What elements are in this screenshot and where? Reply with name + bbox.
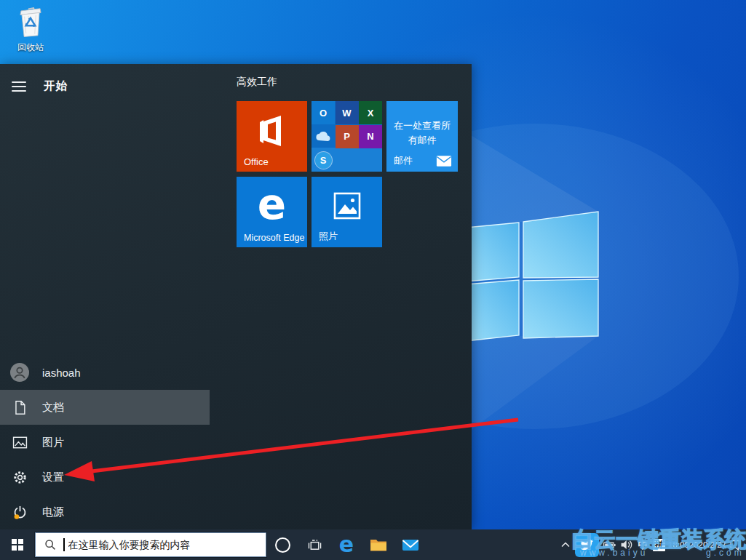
powerpoint-icon: P <box>336 125 359 148</box>
tray-ime-mode[interactable]: 拼 <box>653 539 665 551</box>
document-icon <box>10 400 29 415</box>
chevron-up-icon <box>560 541 571 548</box>
cortana-button[interactable] <box>266 529 298 560</box>
file-explorer-button[interactable] <box>362 529 394 560</box>
start-button[interactable] <box>0 529 35 560</box>
cortana-icon <box>275 537 290 553</box>
sidebar-documents-label: 文档 <box>42 401 64 415</box>
onenote-icon: N <box>359 125 382 148</box>
sidebar-settings-label: 设置 <box>42 471 64 484</box>
tile-mail[interactable]: 在一处查看所有邮件 邮件 <box>386 101 458 172</box>
sidebar-item-documents[interactable]: 文档 <box>0 390 210 425</box>
speaker-icon <box>620 539 634 551</box>
battery-icon <box>603 542 616 548</box>
tile-photos[interactable]: 照片 <box>312 177 382 247</box>
clock-time: 18:09 <box>668 540 689 550</box>
edge-taskbar-button[interactable]: e <box>330 529 362 560</box>
edge-icon: e <box>237 180 307 229</box>
edge-icon: e <box>339 534 354 556</box>
outlook-icon: O <box>312 101 335 124</box>
tile-group-title: 高效工作 <box>237 76 277 89</box>
search-input[interactable] <box>67 538 261 551</box>
recycle-bin-icon <box>15 4 47 38</box>
sidebar-power-label: 电源 <box>42 505 64 519</box>
sidebar-item-settings[interactable]: 设置 <box>0 460 210 495</box>
task-view-button[interactable] <box>298 529 330 560</box>
start-menu-title: 开始 <box>44 79 68 94</box>
sidebar-item-user[interactable]: iashoah <box>0 355 210 390</box>
tray-ime-language[interactable]: 中 <box>638 538 649 552</box>
mail-envelope-icon <box>436 155 452 167</box>
screen: 回收站 开始 高效工作 Office O W X P <box>0 0 746 560</box>
clock-date: 2020/2/27 <box>689 540 726 550</box>
office-icon <box>259 114 285 148</box>
system-tray: 中 拼 18:09 2020/2/27 <box>560 533 746 557</box>
tile-edge-label: Microsoft Edge <box>244 233 304 243</box>
start-menu-header: 开始 <box>12 79 68 94</box>
start-menu: 开始 高效工作 Office O W X P N S <box>0 64 472 529</box>
tile-office-apps-folder[interactable]: O W X P N S <box>312 101 382 172</box>
sidebar-pictures-label: 图片 <box>42 436 64 449</box>
windows-logo-icon <box>12 539 23 551</box>
office-apps-grid: O W X P N S <box>312 101 382 172</box>
skype-icon: S <box>312 148 335 172</box>
tile-microsoft-edge[interactable]: e Microsoft Edge <box>237 177 307 247</box>
sidebar-user-label: iashoah <box>42 367 81 379</box>
power-icon <box>10 505 29 520</box>
hamburger-menu-icon[interactable] <box>12 81 26 92</box>
excel-icon: X <box>359 101 382 124</box>
gear-icon <box>10 470 29 485</box>
tile-photos-label: 照片 <box>319 230 338 243</box>
sidebar-item-power[interactable]: 电源 <box>0 495 210 529</box>
mail-tile-headline: 在一处查看所有邮件 <box>389 119 455 148</box>
mail-taskbar-button[interactable] <box>394 529 426 560</box>
photos-icon <box>333 191 362 220</box>
pictures-icon <box>10 436 29 449</box>
word-icon: W <box>336 101 359 124</box>
start-menu-sidebar: iashoah 文档 图片 <box>0 355 210 529</box>
search-icon <box>44 539 56 551</box>
task-view-icon <box>307 537 322 553</box>
sidebar-item-pictures[interactable]: 图片 <box>0 425 210 460</box>
folder-icon <box>370 537 387 552</box>
action-center-button[interactable] <box>729 539 742 551</box>
onedrive-icon <box>312 125 335 148</box>
tray-chevron-up[interactable] <box>560 541 571 548</box>
text-caret <box>63 538 65 551</box>
user-avatar <box>10 363 29 382</box>
tray-twitter[interactable] <box>575 533 599 557</box>
tray-volume[interactable] <box>620 539 634 551</box>
notification-icon <box>729 539 742 551</box>
recycle-bin-label: 回收站 <box>6 41 55 54</box>
tray-battery[interactable] <box>603 542 616 548</box>
tray-clock[interactable]: 18:09 2020/2/27 <box>670 540 725 550</box>
mail-icon <box>402 538 419 552</box>
taskbar: e <box>0 529 746 560</box>
twitter-bird-icon <box>580 539 594 551</box>
tile-mail-label: 邮件 <box>394 154 413 167</box>
tile-office[interactable]: Office <box>237 101 307 172</box>
taskbar-search[interactable] <box>35 532 266 557</box>
recycle-bin[interactable]: 回收站 <box>6 4 55 54</box>
tile-office-label: Office <box>244 156 269 167</box>
